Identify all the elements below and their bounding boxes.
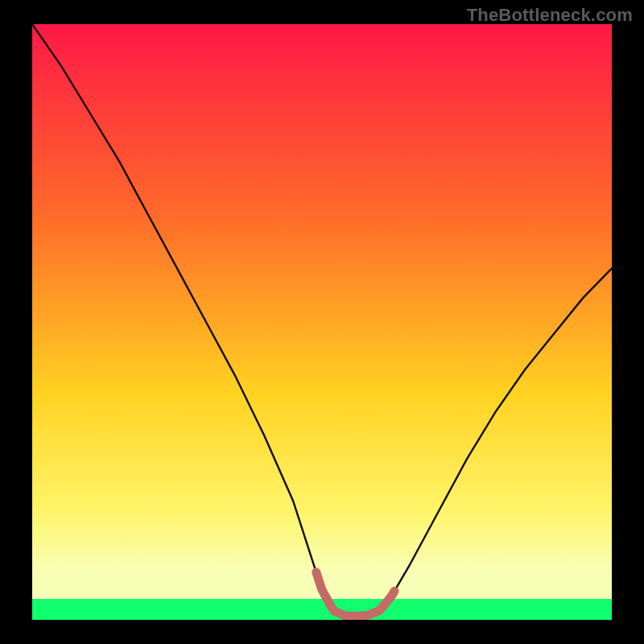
chart-svg (32, 24, 612, 620)
watermark-text: TheBottleneck.com (467, 5, 633, 26)
chart-frame: TheBottleneck.com (0, 0, 644, 644)
gradient-background (32, 24, 612, 620)
plot-area (32, 24, 612, 620)
